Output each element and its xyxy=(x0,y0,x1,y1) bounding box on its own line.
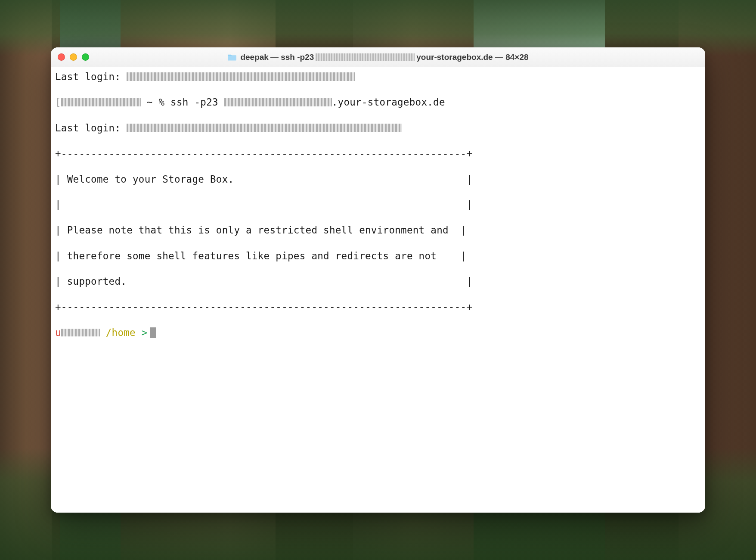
last-login-2-redacted xyxy=(127,124,402,132)
last-login-1-redacted xyxy=(127,72,355,81)
folder-icon xyxy=(227,53,237,61)
box-border-top: +---------------------------------------… xyxy=(55,147,701,160)
ssh-cmd-suffix: .your-storagebox.de xyxy=(332,96,445,108)
title-cmd-suffix: your-storagebox.de — 84×28 xyxy=(416,53,528,62)
box-note-2: | therefore some shell features like pip… xyxy=(55,250,701,263)
ssh-cmd-prefix: ssh -p23 xyxy=(170,96,224,108)
title-cmd-prefix: — ssh -p23 xyxy=(270,53,314,62)
window-titlebar[interactable]: deepak — ssh -p23 your-storagebox.de — 8… xyxy=(51,47,705,67)
minimize-button[interactable] xyxy=(70,53,77,61)
traffic-lights xyxy=(58,53,89,61)
box-welcome: | Welcome to your Storage Box. | xyxy=(55,173,701,186)
box-blank: | | xyxy=(55,199,701,212)
title-redacted xyxy=(316,53,415,61)
hostname-redacted xyxy=(61,98,141,106)
box-border-bottom: +---------------------------------------… xyxy=(55,301,701,314)
last-login-2-label: Last login: xyxy=(55,122,127,134)
close-button[interactable] xyxy=(58,53,65,61)
box-note-3: | supported. | xyxy=(55,275,701,288)
box-note-1: | Please note that this is only a restri… xyxy=(55,224,701,237)
prompt-user-prefix: u xyxy=(55,327,61,338)
prompt-path: /home xyxy=(100,327,142,338)
terminal-window: deepak — ssh -p23 your-storagebox.de — 8… xyxy=(51,47,705,513)
title-folder: deepak xyxy=(240,53,268,62)
shell-prompt: ~ % xyxy=(141,96,170,108)
ssh-user-host-redacted xyxy=(224,98,332,106)
prompt-gt: > xyxy=(142,327,148,338)
maximize-button[interactable] xyxy=(82,53,89,61)
cursor xyxy=(150,327,156,338)
last-login-1-label: Last login: xyxy=(55,71,127,82)
terminal-output[interactable]: Last login: [ ~ % ssh -p23 .your-storage… xyxy=(51,67,705,513)
prompt-user-redacted xyxy=(61,329,100,336)
window-title: deepak — ssh -p23 your-storagebox.de — 8… xyxy=(51,53,705,62)
